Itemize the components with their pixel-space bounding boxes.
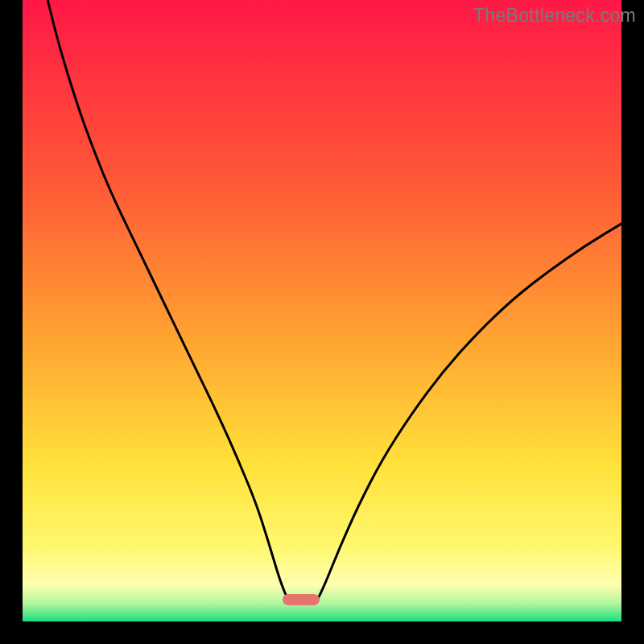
- plot-area: [23, 0, 621, 621]
- chart-stage: TheBottleneck.com: [0, 0, 644, 644]
- watermark-label: TheBottleneck.com: [473, 5, 636, 27]
- frame-right: [621, 0, 644, 644]
- bottleneck-plot: [0, 0, 644, 644]
- frame-left: [0, 0, 23, 644]
- frame-bottom: [0, 621, 644, 644]
- minimum-marker: [283, 594, 320, 605]
